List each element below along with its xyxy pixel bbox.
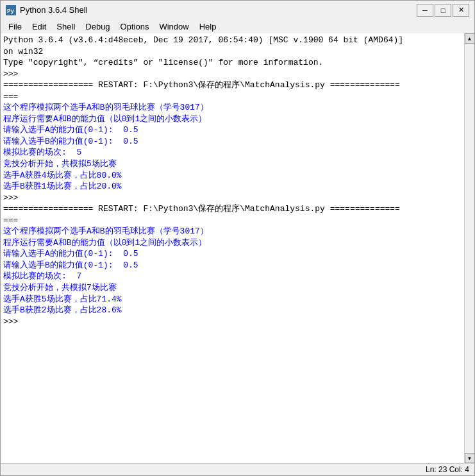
shell-line: 这个程序模拟两个选手A和B的羽毛球比赛（学号3017）: [3, 226, 208, 236]
shell-line: 这个程序模拟两个选手A和B的羽毛球比赛（学号3017）: [3, 103, 208, 112]
menu-item-shell[interactable]: Shell: [51, 21, 80, 33]
menu-item-options[interactable]: Options: [115, 21, 154, 33]
shell-line: 竞技分析开始，共模拟5场比赛: [3, 159, 117, 169]
shell-container: Python 3.6.4 (v3.6.4:d48eceb, Dec 19 201…: [0, 33, 475, 463]
svg-text:Py: Py: [7, 8, 14, 15]
shell-line: >>>: [3, 317, 23, 327]
shell-line: 选手B获胜2场比赛，占比28.6%: [3, 305, 122, 315]
scroll-track: [465, 44, 474, 453]
shell-line: Python 3.6.4 (v3.6.4:d48eceb, Dec 19 201…: [3, 35, 403, 45]
menu-item-debug[interactable]: Debug: [80, 21, 115, 33]
menu-bar: FileEditShellDebugOptionsWindowHelp: [0, 19, 475, 33]
shell-line: 请输入选手A的能力值(0-1): 0.5: [3, 125, 138, 135]
minimize-button[interactable]: ─: [417, 4, 433, 17]
maximize-button[interactable]: □: [435, 4, 451, 17]
vertical-scrollbar[interactable]: ▲ ▼: [464, 33, 474, 463]
shell-line: ================== RESTART: F:\Python3\保…: [3, 204, 400, 214]
shell-line: ================== RESTART: F:\Python3\保…: [3, 80, 400, 90]
shell-line: >>>: [3, 193, 23, 203]
menu-item-edit[interactable]: Edit: [27, 21, 51, 33]
shell-line: ===: [3, 216, 18, 225]
shell-line: 竞技分析开始，共模拟7场比赛: [3, 283, 117, 293]
shell-line: ===: [3, 92, 18, 101]
menu-item-help[interactable]: Help: [194, 21, 222, 33]
menu-item-window[interactable]: Window: [154, 21, 194, 33]
shell-output[interactable]: Python 3.6.4 (v3.6.4:d48eceb, Dec 19 201…: [1, 33, 464, 463]
shell-line: on win32: [3, 47, 43, 56]
cursor-position: Ln: 23 Col: 4: [426, 465, 469, 474]
window-title: Python 3.6.4 Shell: [20, 5, 417, 15]
shell-line: 请输入选手B的能力值(0-1): 0.5: [3, 137, 138, 146]
window-controls: ─ □ ✕: [417, 4, 469, 17]
app-icon: Py: [6, 5, 16, 15]
scroll-up-button[interactable]: ▲: [465, 33, 475, 44]
shell-line: 选手B获胜1场比赛，占比20.0%: [3, 182, 122, 191]
shell-line: 选手A获胜4场比赛，占比80.0%: [3, 171, 122, 180]
menu-item-file[interactable]: File: [3, 21, 27, 33]
status-bar: Ln: 23 Col: 4: [0, 463, 475, 476]
close-button[interactable]: ✕: [453, 4, 469, 17]
scroll-down-button[interactable]: ▼: [465, 453, 475, 463]
shell-line: 模拟比赛的场次: 7: [3, 271, 81, 281]
shell-line: 请输入选手B的能力值(0-1): 0.5: [3, 260, 138, 270]
shell-line: 程序运行需要A和B的能力值（以0到1之间的小数表示）: [3, 238, 206, 248]
shell-line: 模拟比赛的场次: 5: [3, 148, 81, 157]
shell-line: Type "copyright", “credits” or "license(…: [3, 58, 323, 67]
title-bar: Py Python 3.6.4 Shell ─ □ ✕: [0, 0, 475, 19]
shell-line: 程序运行需要A和B的能力值（以0到1之间的小数表示）: [3, 114, 206, 124]
shell-line: >>>: [3, 69, 23, 79]
shell-line: 选手A获胜5场比赛，占比71.4%: [3, 294, 122, 304]
shell-line: 请输入选手A的能力值(0-1): 0.5: [3, 249, 138, 259]
